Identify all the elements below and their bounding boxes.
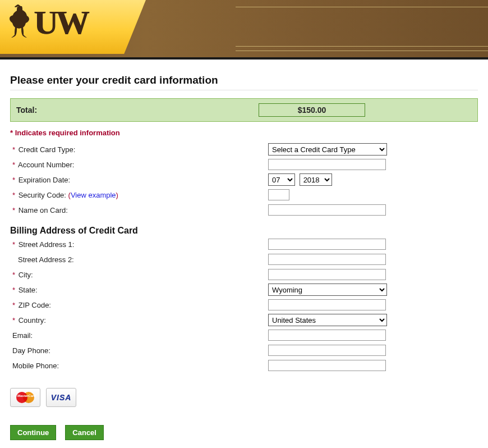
row-security-code: * Security Code: (View example) <box>10 188 478 202</box>
total-bar: Total: $150.00 <box>10 98 478 122</box>
account-number-input[interactable] <box>268 159 386 170</box>
billing-section-title: Billing Address of Credit Card <box>10 226 478 236</box>
required-star: * <box>12 161 15 169</box>
row-city: * City: <box>10 268 478 281</box>
street2-input[interactable] <box>268 254 386 265</box>
total-amount: $150.00 <box>259 103 365 117</box>
day-phone-label: Day Phone: <box>12 346 50 355</box>
street1-input[interactable] <box>268 239 386 250</box>
mastercard-icon: MasterCard <box>10 388 40 407</box>
total-label: Total: <box>16 106 37 115</box>
state-select[interactable]: Wyoming <box>268 284 387 296</box>
row-day-phone: Day Phone: <box>10 344 478 357</box>
logo-tab: UW <box>0 0 146 56</box>
day-phone-input[interactable] <box>268 345 386 356</box>
expiration-label: Expiration Date: <box>19 176 71 184</box>
name-on-card-label: Name on Card: <box>19 206 68 214</box>
required-note: * Indicates required information <box>10 129 478 137</box>
header-band: UW <box>0 0 488 60</box>
card-type-select[interactable]: Select a Credit Card Type <box>268 143 387 156</box>
continue-button[interactable]: Continue <box>10 425 56 440</box>
mobile-phone-input[interactable] <box>268 360 386 371</box>
view-example-link[interactable]: View example <box>71 191 116 199</box>
page-title: Please enter your credit card informatio… <box>10 74 478 86</box>
visa-icon: VISA <box>46 388 76 407</box>
card-type-label: Credit Card Type: <box>19 145 76 154</box>
required-star: * <box>12 176 15 184</box>
required-star: * <box>12 145 15 154</box>
required-star: * <box>12 316 15 324</box>
row-name-on-card: * Name on Card: <box>10 203 478 217</box>
required-star: * <box>12 286 15 294</box>
row-expiration: * Expiration Date: 07 2018 <box>10 173 478 186</box>
email-label: Email: <box>12 331 33 340</box>
security-code-label: Security Code: <box>19 191 68 199</box>
header-rule <box>236 51 488 51</box>
row-street2: Street Address 2: <box>10 253 478 266</box>
row-email: Email: <box>10 328 478 342</box>
security-code-input[interactable] <box>268 189 289 200</box>
row-card-type: * Credit Card Type: Select a Credit Card… <box>10 143 478 156</box>
row-state: * State: Wyoming <box>10 283 478 296</box>
svg-point-0 <box>24 12 26 14</box>
row-mobile-phone: Mobile Phone: <box>10 359 478 372</box>
state-label: State: <box>19 286 38 294</box>
country-select[interactable]: United States <box>268 314 387 326</box>
cancel-button[interactable]: Cancel <box>65 425 104 440</box>
account-number-label: Account Number: <box>18 161 74 169</box>
required-star: * <box>12 301 15 309</box>
uw-wordmark: UW <box>34 6 87 39</box>
street1-label: Street Address 1: <box>19 240 75 249</box>
required-star: * <box>12 191 15 199</box>
city-input[interactable] <box>268 269 386 280</box>
mobile-phone-label: Mobile Phone: <box>12 362 59 370</box>
zip-label: ZIP Code: <box>19 301 51 309</box>
row-country: * Country: United States <box>10 313 478 327</box>
city-label: City: <box>19 271 33 279</box>
required-star: * <box>12 271 15 279</box>
zip-input[interactable] <box>268 299 386 310</box>
divider <box>10 90 478 90</box>
row-account-number: * Account Number: <box>10 158 478 171</box>
uw-logo: UW <box>6 3 87 39</box>
exp-year-select[interactable]: 2018 <box>300 173 332 186</box>
cowboy-horse-icon <box>6 3 30 39</box>
exp-month-select[interactable]: 07 <box>268 173 295 186</box>
required-star: * <box>12 206 15 214</box>
required-star: * <box>12 240 15 249</box>
header-rule <box>236 46 488 47</box>
email-input[interactable] <box>268 330 386 341</box>
country-label: Country: <box>19 316 46 324</box>
name-on-card-input[interactable] <box>268 204 386 216</box>
header-rule <box>236 7 488 7</box>
street2-label: Street Address 2: <box>18 255 74 264</box>
row-street1: * Street Address 1: <box>10 237 478 251</box>
row-zip: * ZIP Code: <box>10 298 478 312</box>
